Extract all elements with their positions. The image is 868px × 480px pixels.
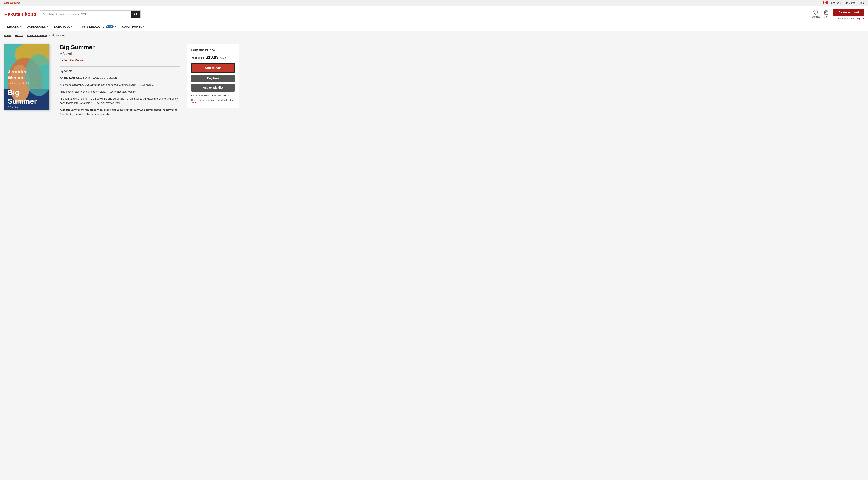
svg-text:Summer: Summer xyxy=(8,97,37,105)
see-if-label: See if you have enough points for this i… xyxy=(191,99,235,101)
language-label: English xyxy=(831,2,839,4)
svg-point-4 xyxy=(134,13,137,15)
svg-rect-1 xyxy=(823,1,824,4)
add-to-wishlist-button[interactable]: Add to Wishlist xyxy=(191,84,235,92)
buy-panel: Buy the eBook Your price $13.99 CAD Add … xyxy=(187,44,239,108)
synopsis-p5: A deliciously funny, remarkably poignant… xyxy=(60,108,180,117)
nav-super-points-label: SUPER POINTS xyxy=(122,25,142,28)
breadcrumb-separator: / xyxy=(49,34,50,37)
create-account-button[interactable]: Create account xyxy=(833,8,864,16)
price-row: Your price $13.99 CAD xyxy=(191,55,235,60)
cart-icon xyxy=(824,10,829,15)
nav-bar: eBOOKS ▾ AUDIOBOOKS ▾ KOBO PLUS ▾ APPS &… xyxy=(0,23,868,31)
sign-in-link-buy[interactable]: Sign in xyxy=(191,101,198,104)
wishlist-label: Wishlist xyxy=(812,15,819,18)
synopsis-p4: "Big fun, and then some. It's empowering… xyxy=(60,96,180,105)
price-value: $13.99 xyxy=(206,55,218,60)
gift-cards-link[interactable]: Gift Cards xyxy=(844,2,855,4)
have-account-label: Have an account? xyxy=(837,17,856,20)
chevron-down-icon: ▾ xyxy=(20,26,21,28)
chevron-down-icon: ▾ xyxy=(71,26,72,28)
wishlist-action[interactable]: Wishlist xyxy=(812,10,819,18)
nav-ebooks[interactable]: eBOOKS ▾ xyxy=(4,23,24,31)
top-bar: Earn Rewards English ▾ Gift Cards Help xyxy=(0,0,868,6)
nav-ebooks-label: eBOOKS xyxy=(7,25,19,28)
nav-audiobooks-label: AUDIOBOOKS xyxy=(27,25,46,28)
search-icon xyxy=(134,12,137,16)
have-account-text: Have an account? Sign in xyxy=(837,17,864,20)
breadcrumb: Home / eBooks / Fiction & Literature / B… xyxy=(0,31,868,40)
nav-apps-label: APPS & eREADERS xyxy=(79,25,104,28)
synopsis-p3: "The beach read to end all beach reads."… xyxy=(60,90,180,94)
logo-rakuten: Rakuten xyxy=(4,11,25,17)
synopsis-headline: AN INSTANT NEW YORK TIMES BESTSELLER xyxy=(60,76,117,79)
nav-super-points[interactable]: SUPER POINTS ▾ xyxy=(119,23,148,31)
search-button[interactable] xyxy=(131,10,141,18)
svg-text:Weiner: Weiner xyxy=(8,75,24,81)
chevron-down-icon: ▾ xyxy=(115,26,116,28)
create-account-section: Create account Have an account? Sign in xyxy=(833,8,864,20)
book-details: Big Summer A Novel by Jennifer Weiner Sy… xyxy=(60,44,187,119)
nav-kobo-plus-label: KOBO PLUS xyxy=(54,25,70,28)
svg-rect-2 xyxy=(826,1,828,4)
sign-in-points-text: See if you have enough points for this i… xyxy=(191,99,235,104)
logo[interactable]: Rakuten kobo xyxy=(4,11,36,17)
book-cover-container: Jennifer Weiner New York Times BESTSELLE… xyxy=(4,44,53,110)
buy-now-button[interactable]: Buy Now xyxy=(191,74,235,82)
book-cover-art: Jennifer Weiner New York Times BESTSELLE… xyxy=(4,44,49,110)
breadcrumb-home[interactable]: Home xyxy=(4,34,10,37)
main-content: Jennifer Weiner New York Times BESTSELLE… xyxy=(0,40,243,126)
logo-kobo: kobo xyxy=(25,11,36,17)
chevron-down-icon: ▾ xyxy=(47,26,48,28)
book-title: Big Summer xyxy=(60,44,180,51)
search-bar xyxy=(40,10,141,18)
breadcrumb-separator: / xyxy=(25,34,25,37)
add-to-cart-button[interactable]: Add to cart xyxy=(191,63,235,73)
author-prefix: by xyxy=(60,59,63,62)
header: Rakuten kobo Wishlist Cart Cr xyxy=(0,6,868,23)
author-link[interactable]: Jennifer Weiner xyxy=(64,59,85,62)
cart-label: Cart xyxy=(824,15,828,18)
synopsis-label: Synopsis xyxy=(60,69,180,73)
book-subtitle: A Novel xyxy=(60,52,180,56)
top-bar-right: English ▾ Gift Cards Help xyxy=(823,1,864,5)
svg-line-5 xyxy=(136,15,137,16)
nav-kobo-plus[interactable]: KOBO PLUS ▾ xyxy=(51,23,75,31)
synopsis-text: AN INSTANT NEW YORK TIMES BESTSELLER "Se… xyxy=(60,76,180,117)
earn-rewards-label: Earn Rewards xyxy=(4,2,20,4)
price-label: Your price xyxy=(191,56,204,59)
svg-text:Jennifer: Jennifer xyxy=(8,69,27,74)
chevron-down-icon: ▾ xyxy=(840,2,841,4)
synopsis-p2: "Sexy and satisfying, Big Summer is the … xyxy=(60,83,180,87)
breadcrumb-current: Big Summer xyxy=(52,34,65,37)
breadcrumb-fiction[interactable]: Fiction & Literature xyxy=(27,34,48,37)
header-actions: Wishlist Cart Create account Have an acc… xyxy=(812,8,864,20)
help-link[interactable]: Help xyxy=(859,2,864,4)
book-author-line: by Jennifer Weiner xyxy=(60,59,180,62)
language-selector[interactable]: English ▾ xyxy=(831,2,841,4)
flag-icon xyxy=(823,1,828,5)
price-currency: CAD xyxy=(220,56,226,59)
synopsis-p1: AN INSTANT NEW YORK TIMES BESTSELLER xyxy=(60,76,180,80)
breadcrumb-separator: / xyxy=(12,34,13,37)
super-points-text: Or, get it for 6400 Kobo Super Points! xyxy=(191,94,235,97)
book-cover: Jennifer Weiner New York Times BESTSELLE… xyxy=(4,44,49,110)
svg-text:Big: Big xyxy=(8,88,20,97)
sale-badge: SALE xyxy=(106,25,114,28)
cart-action[interactable]: Cart xyxy=(824,10,829,18)
breadcrumb-ebooks[interactable]: eBooks xyxy=(15,34,23,37)
buy-panel-title: Buy the eBook xyxy=(191,48,235,52)
logo-text[interactable]: Rakuten kobo xyxy=(4,11,36,17)
nav-apps-ereaders[interactable]: APPS & eREADERS SALE ▾ xyxy=(75,23,119,31)
wishlist-icon xyxy=(813,10,818,15)
svg-text:New York Times BESTSELLER: New York Times BESTSELLER xyxy=(8,82,34,84)
nav-audiobooks[interactable]: AUDIOBOOKS ▾ xyxy=(24,23,51,31)
svg-text:A NOVEL: A NOVEL xyxy=(8,106,18,108)
search-input[interactable] xyxy=(40,10,131,18)
chevron-down-icon: ▾ xyxy=(143,26,144,28)
sign-in-link-header[interactable]: Sign in xyxy=(856,17,864,20)
